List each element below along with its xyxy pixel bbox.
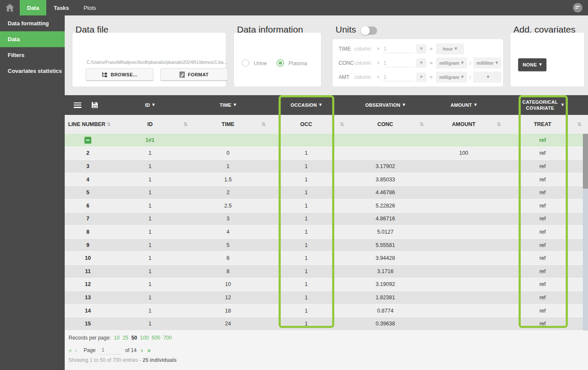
prev-page-button[interactable]: ‹ (75, 347, 81, 354)
sidebar-item-data-formatting[interactable]: Data formatting (0, 15, 65, 31)
showing-entries-text: Showing 1 to 50 of 700 entries - (69, 357, 143, 363)
cell-conc: 3.19092 (345, 278, 425, 291)
sort-icon[interactable]: ⇅ (577, 121, 582, 127)
units-row-time: TIME column × 1 ▼ = hour▼ (339, 44, 464, 54)
table-row[interactable]: 5 1 2 1 4.46786 ref (65, 186, 583, 199)
table-row[interactable]: 11 1 8 1 3.1716 ref (65, 265, 583, 278)
table-scrollbar-thumb[interactable] (583, 134, 588, 189)
page-size-10[interactable]: 10 (114, 335, 120, 341)
table-scrollbar[interactable] (583, 134, 588, 331)
next-page-button[interactable]: › (141, 347, 147, 354)
sort-icon[interactable]: ⇅ (183, 121, 188, 127)
cell-id: 1 (111, 199, 189, 212)
col-amount: AMOUNT (452, 121, 476, 127)
cell-conc: 0.8774 (345, 304, 425, 317)
plasma-radio[interactable] (276, 59, 284, 67)
page-size-500[interactable]: 500 (152, 335, 160, 341)
tab-plots[interactable]: Plots (76, 0, 103, 15)
sort-icon[interactable]: ⇅ (420, 121, 424, 127)
sort-icon[interactable]: ⇅ (340, 121, 344, 127)
cell-id: 1 (111, 147, 189, 160)
none-covariates-dropdown[interactable]: NONE▼ (518, 58, 546, 71)
individual-group-row[interactable]: 1#1 ref (65, 134, 583, 147)
page-size-100[interactable]: 100 (140, 335, 149, 341)
sidebar: Data formatting Data Filters Covariates … (0, 15, 65, 370)
sort-icon[interactable]: ⇅ (107, 121, 111, 127)
cell-id: 1 (111, 304, 189, 317)
cell-amount (425, 304, 502, 317)
amount-column-dropdown[interactable]: AMOUNT▼ (450, 102, 477, 108)
sort-icon[interactable]: ⇅ (261, 121, 266, 127)
cell-amount (425, 213, 502, 226)
page-size-700[interactable]: 700 (163, 335, 172, 341)
first-page-button[interactable]: « (69, 347, 75, 354)
amt-factor-input[interactable]: 1 (383, 73, 414, 81)
time-unit-label: TIME (339, 46, 354, 52)
table-row[interactable]: 9 1 5 1 5.55581 ref (65, 239, 583, 252)
table-row[interactable]: 6 1 2.5 1 5.22826 ref (65, 199, 583, 213)
observation-column-dropdown[interactable]: OBSERVATION▼ (365, 102, 405, 108)
page-number-input[interactable] (99, 346, 122, 355)
units-title: Units (336, 24, 356, 35)
cell-line-number: 13 (65, 291, 111, 304)
conc-denominator-dropdown[interactable]: milliliter▼ (473, 57, 501, 69)
data-information-panel: Urine Plasma (234, 32, 321, 87)
cell-occ: 1 (267, 160, 345, 173)
group-treat-cell: ref (502, 134, 583, 147)
categorical-covariate-column-dropdown[interactable]: CATEGORICAL COVARIATE▼ (521, 99, 564, 111)
page-size-25[interactable]: 25 (123, 335, 128, 341)
cell-occ: 1 (267, 265, 345, 278)
sort-icon[interactable]: ⇅ (497, 121, 501, 127)
table-row[interactable]: 4 1 1.5 1 3.85033 ref (65, 173, 583, 187)
time-unit-dropdown[interactable]: hour▼ (436, 43, 464, 54)
table-row[interactable]: 13 1 12 1 1.82381 ref (65, 291, 583, 304)
tab-data[interactable]: Data (20, 0, 46, 15)
units-toggle[interactable] (361, 27, 377, 35)
time-factor-dropdown[interactable]: ▼ (416, 44, 426, 54)
collapse-individual-button[interactable] (84, 137, 91, 144)
id-column-dropdown[interactable]: ID▼ (145, 102, 155, 108)
conc-factor-input[interactable]: 1 (383, 59, 414, 67)
individuals-count: 25 individuals (143, 357, 177, 363)
format-button[interactable]: FORMAT (160, 68, 228, 81)
sidebar-item-filters[interactable]: Filters (0, 47, 65, 63)
table-row[interactable]: 12 1 10 1 3.19092 ref (65, 278, 583, 292)
table-row[interactable]: 8 1 4 1 5.0127 ref (65, 226, 583, 239)
table-row[interactable]: 7 1 3 1 4.86716 ref (65, 213, 583, 226)
occasion-column-dropdown[interactable]: OCCASION▼ (291, 102, 322, 108)
tab-tasks[interactable]: Tasks (46, 0, 76, 15)
table-row[interactable]: 2 1 0 1 100 ref (65, 147, 583, 160)
conc-numerator-dropdown[interactable]: milligram▼ (436, 57, 467, 69)
time-factor-input[interactable]: 1 (383, 45, 414, 53)
cell-id: 1 (111, 239, 189, 252)
page-label: Page (84, 347, 96, 353)
table-row[interactable]: 15 1 24 1 0.39638 ref (65, 317, 583, 331)
amt-denominator-dropdown[interactable]: ▼ (473, 72, 501, 83)
feedback-chat-icon[interactable] (573, 3, 582, 12)
amt-numerator-dropdown[interactable]: milligram▼ (436, 72, 467, 83)
cell-occ: 1 (267, 317, 345, 330)
cell-time: 18 (189, 304, 267, 317)
cell-time: 5 (189, 239, 267, 252)
cell-treat: ref (502, 226, 583, 238)
cell-time: 1.5 (189, 173, 267, 186)
last-page-button[interactable]: » (147, 347, 154, 354)
table-row[interactable]: 3 1 1 1 3.17902 ref (65, 160, 583, 173)
save-icon[interactable] (92, 102, 98, 108)
home-button[interactable] (0, 0, 20, 15)
cell-line-number: 3 (65, 160, 111, 173)
table-row[interactable]: 14 1 18 1 0.8774 ref (65, 304, 583, 318)
page-size-50[interactable]: 50 (131, 335, 137, 341)
amt-factor-dropdown[interactable]: ▼ (416, 72, 426, 82)
sidebar-item-covariates-statistics[interactable]: Covariates statistics (0, 63, 65, 79)
cell-time: 3 (189, 213, 267, 226)
table-row[interactable]: 10 1 6 1 3.94428 ref (65, 252, 583, 265)
conc-factor-dropdown[interactable]: ▼ (416, 58, 426, 68)
urine-radio[interactable] (242, 59, 249, 67)
time-column-dropdown[interactable]: TIME▼ (220, 102, 237, 108)
table-menu-icon[interactable] (74, 102, 81, 108)
amt-unit-label: AMT (339, 74, 354, 80)
cell-time: 10 (189, 278, 267, 291)
browse-button[interactable]: BROWSE... (86, 68, 153, 81)
sidebar-item-data[interactable]: Data (0, 31, 65, 47)
